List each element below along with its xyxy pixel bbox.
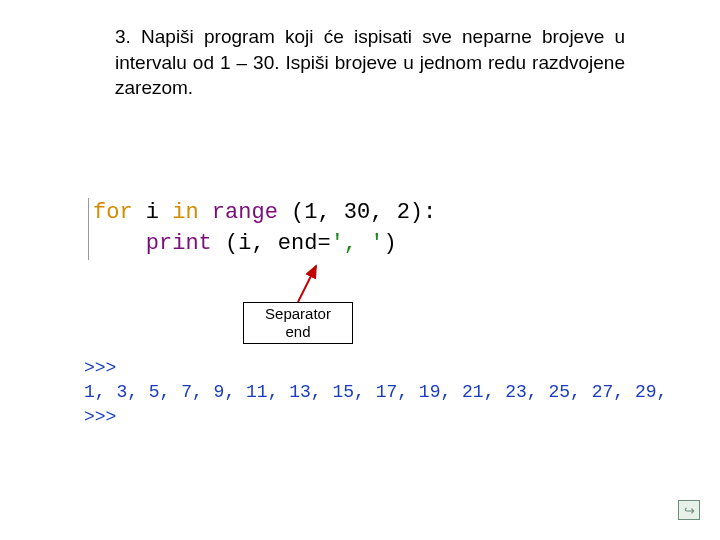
code-text: ): [383, 231, 396, 256]
label-line1: Separator: [248, 305, 348, 323]
svg-line-0: [298, 266, 316, 302]
output-result: 1, 3, 5, 7, 9, 11, 13, 15, 17, 19, 21, 2…: [84, 382, 667, 402]
next-slide-icon[interactable]: ↪: [678, 500, 700, 520]
code-block: for i in range (1, 30, 2): print (i, end…: [88, 198, 436, 260]
prompt: >>>: [84, 407, 127, 427]
task-description: 3. Napiši program koji će ispisati sve n…: [115, 24, 625, 101]
output-block: >>> 1, 3, 5, 7, 9, 11, 13, 15, 17, 19, 2…: [84, 356, 667, 429]
label-line2: end: [248, 323, 348, 341]
prompt: >>>: [84, 358, 127, 378]
code-indent: [93, 231, 146, 256]
code-text: (i, end=: [225, 231, 331, 256]
keyword-for: for: [93, 200, 133, 225]
separator-label: Separator end: [243, 302, 353, 344]
code-text: (1, 30, 2): [291, 200, 423, 225]
code-colon: :: [423, 200, 436, 225]
func-range: range: [199, 200, 291, 225]
keyword-in: in: [172, 200, 198, 225]
code-text: i: [133, 200, 173, 225]
string-literal: ', ': [331, 231, 384, 256]
arrow-icon: [294, 262, 324, 306]
func-print: print: [146, 231, 225, 256]
